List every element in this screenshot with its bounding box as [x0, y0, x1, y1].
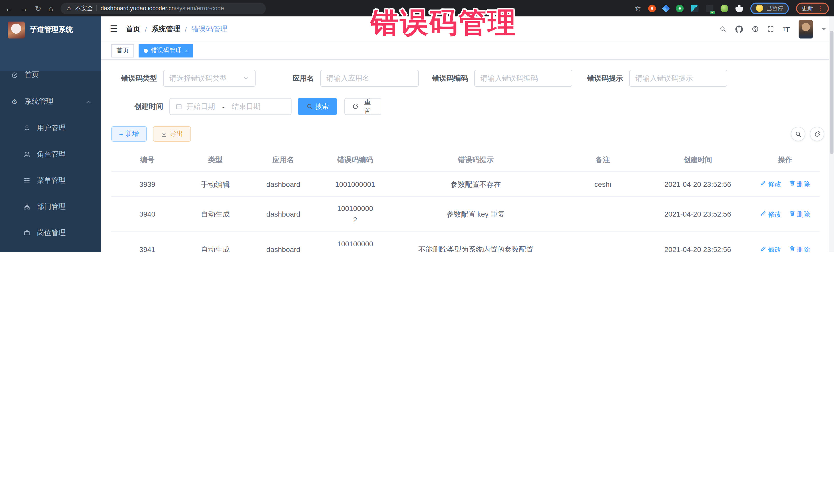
edit-icon — [760, 179, 767, 190]
chevron-up-icon — [85, 98, 92, 105]
address-bar[interactable]: ⚠ 不安全 dashboard.yudao.iocoder.cn/system/… — [60, 2, 266, 14]
screen: ← → ↻ ⌂ ⚠ 不安全 dashboard.yudao.iocoder.cn… — [0, 0, 834, 252]
extension-icon[interactable] — [691, 4, 699, 12]
users-icon — [23, 150, 31, 158]
browser-forward-icon[interactable]: → — [20, 4, 28, 12]
search-icon[interactable] — [720, 26, 726, 32]
sidebar: 芋道管理系统 首页⚙系统管理用户管理角色管理菜单管理部门管理岗位管理字典管理通知… — [0, 17, 101, 252]
sidebar-item-菜单管理[interactable]: 菜单管理 — [0, 167, 101, 194]
sidebar-item-系统管理[interactable]: ⚙系统管理 — [0, 88, 101, 115]
browser-back-icon[interactable]: ← — [5, 4, 13, 12]
breadcrumb-home[interactable]: 首页 — [126, 24, 140, 34]
browser-menu-icon[interactable]: ⋮ — [817, 5, 823, 12]
edit-link[interactable]: 修改 — [760, 209, 782, 220]
scrollbar-thumb[interactable] — [830, 31, 833, 154]
hamburger-icon[interactable]: ☰ — [110, 24, 118, 35]
main-area: ☰ 首页 / 系统管理 / 错误码管理 TT — [101, 17, 834, 252]
sidebar-item-岗位管理[interactable]: 岗位管理 — [0, 220, 101, 246]
error-type-select[interactable]: 请选择错误码类型 — [163, 70, 256, 87]
bookmark-star-icon[interactable]: ☆ — [635, 4, 641, 12]
sidebar-item-首页[interactable]: 首页 — [0, 62, 101, 88]
browser-home-icon[interactable]: ⌂ — [48, 4, 53, 12]
tab-error-code[interactable]: 错误码管理 × — [138, 44, 193, 57]
search-icon — [306, 103, 313, 110]
table-row: 3939手动编辑dashboard1001000001参数配置不存在ceshi2… — [111, 172, 820, 196]
export-button[interactable]: 导出 — [153, 126, 191, 141]
fullscreen-icon[interactable] — [767, 26, 774, 32]
profile-chip[interactable]: 已暂停 — [750, 2, 789, 14]
page-content: 错误码类型 请选择错误码类型 应用名 请输入应用名 错误码编码 请输入错误码编码 — [101, 60, 834, 252]
breadcrumb-current: 错误码管理 — [192, 24, 227, 34]
error-code-input[interactable]: 请输入错误码编码 — [474, 70, 572, 87]
briefcase-icon — [23, 229, 31, 237]
browser-update-button[interactable]: 更新 ⋮ — [796, 2, 829, 14]
tree-icon — [23, 202, 31, 211]
avatar-caret-down-icon[interactable] — [822, 28, 826, 32]
error-msg-input[interactable]: 请输入错误码提示 — [629, 70, 727, 87]
refresh-icon — [352, 103, 359, 110]
sidebar-item-角色管理[interactable]: 角色管理 — [0, 141, 101, 167]
help-icon[interactable] — [752, 26, 759, 32]
column-header: 备注 — [561, 149, 645, 172]
app-logo-row[interactable]: 芋道管理系统 — [0, 17, 101, 43]
menu-icon — [23, 176, 31, 184]
table-body: 3939手动编辑dashboard1001000001参数配置不存在ceshi2… — [111, 172, 820, 252]
puzzle-extensions-icon[interactable] — [736, 4, 743, 12]
extension-icon[interactable] — [662, 4, 670, 12]
edit-icon — [760, 209, 767, 220]
reset-button[interactable]: 重置 — [344, 98, 381, 115]
date-range-picker[interactable]: 开始日期 - 结束日期 — [169, 98, 291, 115]
breadcrumb-system[interactable]: 系统管理 — [151, 24, 180, 34]
extension-icon[interactable]: on — [706, 4, 714, 12]
toggle-search-button[interactable] — [791, 127, 805, 141]
sidebar-item-部门管理[interactable]: 部门管理 — [0, 194, 101, 220]
profile-status: 已暂停 — [766, 4, 783, 12]
navbar-actions: TT — [720, 20, 826, 38]
window-scrollbar[interactable] — [829, 17, 834, 252]
plus-icon: + — [119, 130, 123, 138]
add-button[interactable]: + 新增 — [111, 126, 147, 141]
sidebar-item-字典管理[interactable]: 字典管理 — [0, 246, 101, 252]
browser-reload-icon[interactable]: ↻ — [35, 4, 41, 12]
sidebar-item-用户管理[interactable]: 用户管理 — [0, 115, 101, 141]
app-name-input[interactable]: 请输入应用名 — [320, 70, 419, 87]
close-tab-icon[interactable]: × — [185, 47, 188, 53]
extension-icon[interactable] — [721, 4, 728, 12]
profile-avatar-icon — [756, 5, 763, 12]
trash-icon — [789, 244, 795, 252]
error-code-label: 错误码编码 — [432, 74, 468, 83]
font-size-icon[interactable]: TT — [783, 25, 790, 33]
extension-icon[interactable] — [648, 4, 656, 12]
not-secure-label: 不安全 — [75, 4, 93, 12]
user-avatar[interactable] — [798, 20, 813, 38]
trash-icon — [789, 209, 795, 220]
column-header: 编号 — [111, 149, 183, 172]
search-button[interactable]: 搜索 — [298, 98, 337, 115]
url-text: dashboard.yudao.iocoder.cn/system/error-… — [101, 5, 224, 11]
column-header: 类型 — [183, 149, 247, 172]
column-header: 操作 — [750, 149, 820, 172]
tab-home[interactable]: 首页 — [111, 44, 134, 57]
gear-icon: ⚙ — [10, 97, 19, 106]
extension-icon[interactable] — [676, 4, 684, 12]
calendar-icon — [176, 103, 182, 110]
column-header: 错误码编码 — [319, 149, 391, 172]
delete-link[interactable]: 删除 — [789, 179, 810, 190]
table-row: 3941自动生成dashboard100100000 3不能删除类型为系统内置的… — [111, 232, 820, 252]
address-divider — [96, 5, 97, 11]
delete-link[interactable]: 删除 — [789, 209, 810, 220]
active-tab-dot-icon — [144, 48, 148, 52]
github-icon[interactable] — [735, 25, 743, 33]
delete-link[interactable]: 删除 — [789, 244, 810, 252]
search-icon — [795, 131, 802, 137]
sidebar-menu: 首页⚙系统管理用户管理角色管理菜单管理部门管理岗位管理字典管理通知公告审计日志在… — [0, 62, 101, 252]
refresh-table-button[interactable] — [810, 127, 824, 141]
annotation-overlay-title: 错误码管理 — [371, 4, 517, 42]
edit-link[interactable]: 修改 — [760, 244, 782, 252]
column-header: 应用名 — [247, 149, 319, 172]
error-code-table: 编号类型应用名错误码编码错误码提示备注创建时间操作 3939手动编辑dashbo… — [111, 149, 820, 252]
error-type-label: 错误码类型 — [121, 74, 157, 83]
table-header-row: 编号类型应用名错误码编码错误码提示备注创建时间操作 — [111, 149, 820, 172]
edit-link[interactable]: 修改 — [760, 179, 782, 190]
breadcrumb: 首页 / 系统管理 / 错误码管理 — [126, 24, 227, 34]
